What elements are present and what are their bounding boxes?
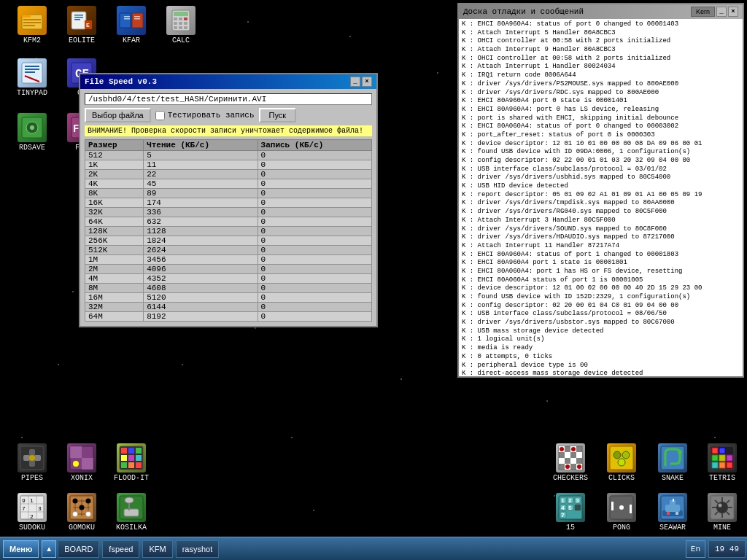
debug-minimize-btn[interactable]: _ [716,7,727,17]
filespeed-check-label: Тестировать запись [168,111,255,120]
debug-line: K : peripheral device type is 00 [462,362,740,370]
debug-line: K : driver /sys/drivers/PS2MOUSE.sys map… [462,80,740,89]
svg-rect-64 [576,452,582,458]
desktop-icon-clicks[interactable]: CLICKS [598,443,645,483]
debug-line: K : Attach Interrupt 11 Handler 87217A74 [462,242,740,251]
taskbar-rasyshot-btn[interactable]: rasyshot [176,540,220,558]
debug-line: K : OHCI controller at 00:58 with 2 port… [462,55,740,63]
debug-line: K : EHCI 80A060A4: status of port 0 chan… [462,122,740,131]
svg-rect-63 [565,452,570,458]
desktop-icon-checkers[interactable]: CHECKERS [547,443,594,483]
filespeed-run-btn[interactable]: Пуск [259,108,297,122]
table-row: 2M40960 [85,265,372,274]
filespeed-controls: _ × [350,77,372,87]
desktop-icon-mine[interactable]: MINE [699,493,746,532]
svg-point-113 [125,497,133,503]
col-write: Запись (КБ/с) [258,140,371,151]
kfm2-label: KFM2 [23,36,41,45]
col-read: Чтение (КБ/с) [144,140,258,151]
svg-rect-21 [184,18,187,20]
filespeed-check-input[interactable] [155,111,165,120]
debug-line: K : IRQ1 return code 8006A644 [462,71,740,80]
desktop-icon-kfar[interactable]: KFAR [108,6,155,45]
svg-point-131 [619,505,624,510]
desktop-icon-xonix[interactable]: XONIX [58,443,105,483]
svg-rect-3 [23,22,41,23]
svg-text:2: 2 [568,497,572,504]
debug-kern-btn[interactable]: Kern [691,7,715,17]
gomoku-label: GOMOKU [69,524,95,532]
table-row: 32M61440 [85,303,372,312]
svg-rect-7 [74,17,83,18]
table-row: 512K26240 [85,246,372,255]
desktop-icon-kosilka[interactable]: KOSILKA [108,493,155,532]
debug-line: K : EHCI 80A960A4: port 0 has LS device,… [462,106,740,114]
pong-label: PONG [613,524,630,532]
filespeed-close-btn[interactable]: × [362,77,372,87]
desktop-icon-flood-it[interactable]: FLOOD-IT [108,443,155,483]
debug-line: K : EHCI 80A960A4: status of port 0 chan… [462,20,740,29]
pipes-icon [18,443,47,472]
svg-rect-23 [179,22,182,25]
taskbar: Меню ▲ BOARD fspeed KFM rasyshot En 19 4… [0,537,747,560]
desktop-icon-pipes[interactable]: PIPES [9,443,55,483]
svg-rect-55 [128,455,134,461]
debug-line: K : 1 logical unit(s) [462,335,740,344]
table-row: 16M51200 [85,293,372,303]
desktop-icon-calc[interactable]: CALC [158,6,204,45]
sudoku-label: SUDOKU [19,524,45,532]
svg-rect-54 [121,455,127,461]
desktop-icon-gomoku[interactable]: GOMOKU [58,493,105,532]
svg-rect-11 [120,13,131,28]
sudoku-icon: 9 1 7 3 2 [18,493,47,522]
kfar-icon [117,6,146,35]
taskbar-menu-btn[interactable]: Меню [3,540,39,558]
svg-rect-83 [719,455,725,461]
debug-content: K : EHCI 80A960A4: status of port 0 chan… [459,19,743,376]
debug-line: K : EHCI 80A060A4 status of port 1 is 00… [462,276,740,285]
filespeed-table: Размер Чтение (КБ/с) Запись (КБ/с) 51250… [85,139,372,322]
desktop-icon-15[interactable]: 1 2 3 4 5 7 15 [547,493,594,532]
desktop-icon-snake[interactable]: SNAKE [649,443,696,483]
kosilka-label: KOSILKA [116,524,147,532]
svg-rect-25 [174,26,177,29]
table-row: 16K1740 [85,198,372,208]
svg-text:9: 9 [22,497,26,504]
desktop-icon-seawar[interactable]: SEAWAR [649,493,696,532]
desktop-icon-kfm2[interactable]: KFM2 [9,6,55,45]
desktop-icon-eolite[interactable]: E EOLITE [58,6,105,45]
svg-point-75 [622,451,630,459]
taskbar-arrow-btn[interactable]: ▲ [42,540,56,558]
desktop-icon-pong[interactable]: PONG [598,493,645,532]
taskbar-board-btn[interactable]: BOARD [58,540,99,558]
svg-rect-22 [174,22,177,25]
desktop-icon-tetris[interactable]: TETRIS [699,443,746,483]
taskbar-kfm-btn[interactable]: KFM [142,540,172,558]
debug-line: K : Attach Interrupt 3 Handler 80C5F000 [462,217,740,225]
filespeed-minimize-btn[interactable]: _ [350,77,360,87]
debug-close-btn[interactable]: × [728,7,738,17]
table-row: 1K110 [85,160,372,170]
eolite-label: EOLITE [69,36,95,45]
svg-rect-138 [676,512,678,515]
svg-text:7: 7 [22,505,26,512]
filespeed-choose-btn[interactable]: Выбор файла [85,108,151,122]
debug-title: Доска отладки и сообщений [463,7,584,16]
table-row: 1M34560 [85,255,372,265]
svg-rect-111 [124,509,139,516]
debug-line: K : EHCI 80A960A4 port 1 state is 000018… [462,259,740,268]
svg-rect-19 [174,18,177,20]
debug-line: K : USB interface class/subclass/protoco… [462,166,740,174]
desktop-icon-tinypad[interactable]: TINYPAD [9,58,55,98]
svg-rect-84 [727,455,732,461]
mine-label: MINE [713,524,731,532]
debug-line: K : Attach Interrupt 9 Handler 80A8CBC3 [462,46,740,55]
svg-rect-6 [74,15,83,16]
desktop-icon-sudoku[interactable]: 9 1 7 3 2 SUDOKU [9,493,55,532]
debug-line: K : driver /sys/drivers/usbhid.sys mappe… [462,174,740,182]
table-row: 128K11280 [85,227,372,236]
desktop-icon-rdsave[interactable]: RDSAVE [9,113,55,152]
svg-rect-20 [179,18,182,20]
taskbar-fspeed-btn[interactable]: fspeed [102,540,139,558]
debug-line: K : driver /sys/drivers/HDAUDIO.sys mapp… [462,233,740,242]
